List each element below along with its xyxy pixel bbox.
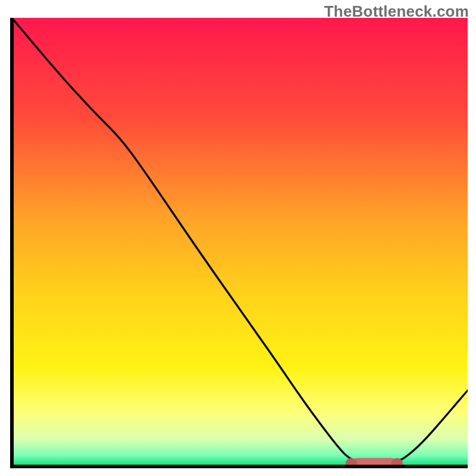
chart-frame: TheBottleneck.com <box>0 0 476 476</box>
chart-svg <box>8 18 468 470</box>
plot-area <box>8 18 468 470</box>
watermark-text: TheBottleneck.com <box>324 2 469 21</box>
gradient-background <box>12 18 468 466</box>
